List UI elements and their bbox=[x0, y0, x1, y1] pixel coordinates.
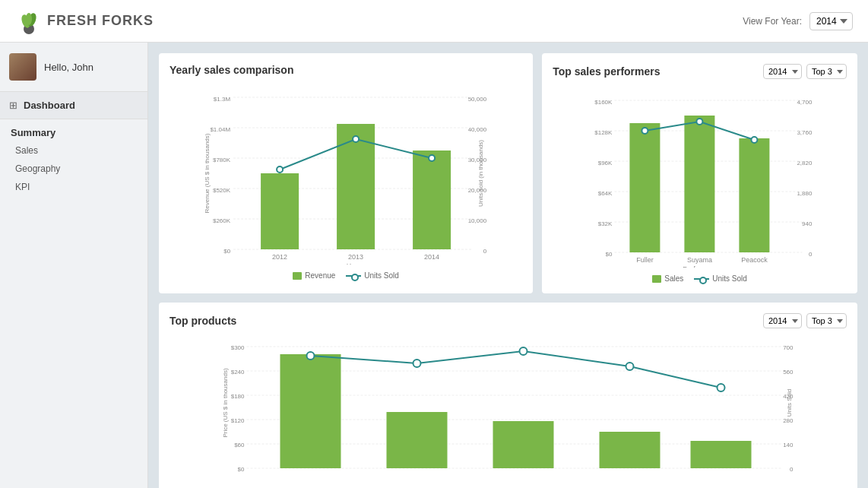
svg-text:0: 0 bbox=[809, 251, 813, 258]
svg-text:Suyama: Suyama bbox=[687, 256, 712, 264]
svg-rect-84 bbox=[691, 441, 752, 468]
legend-units-sold-2: Units Sold bbox=[694, 274, 747, 283]
top-products-year-select[interactable]: 2014 2013 2012 bbox=[763, 313, 802, 328]
svg-text:Year: Year bbox=[347, 262, 360, 265]
svg-text:$0: $0 bbox=[223, 248, 230, 255]
svg-text:Units Sold: Units Sold bbox=[786, 389, 793, 417]
summary-section-label: Summary bbox=[0, 119, 147, 141]
svg-text:$180: $180 bbox=[231, 393, 245, 400]
avatar bbox=[9, 53, 36, 81]
svg-rect-53 bbox=[685, 116, 715, 252]
sidebar-item-geography[interactable]: Geography bbox=[0, 160, 147, 178]
top-bar-right: View For Year: 2014 2013 2012 bbox=[743, 12, 853, 30]
svg-text:50,000: 50,000 bbox=[468, 96, 487, 103]
svg-text:$260K: $260K bbox=[213, 217, 231, 224]
svg-text:$520K: $520K bbox=[213, 187, 231, 194]
svg-text:2012: 2012 bbox=[272, 253, 287, 261]
yearly-sales-card: Yearly sales comparison $0 $260K $520K $… bbox=[159, 53, 533, 293]
svg-text:Price (US $ in thousands): Price (US $ in thousands) bbox=[222, 368, 229, 437]
sidebar-item-dashboard[interactable]: ⊞ Dashboard bbox=[0, 92, 147, 119]
top-sales-title: Top sales performers bbox=[553, 65, 660, 78]
top-sales-controls: 2014 2013 2012 Top 3 Top 5 Top 6 bbox=[763, 64, 847, 79]
svg-rect-24 bbox=[413, 151, 451, 249]
svg-point-32 bbox=[353, 136, 359, 142]
svg-text:$780K: $780K bbox=[213, 157, 231, 163]
svg-text:$1.04M: $1.04M bbox=[210, 126, 230, 133]
svg-text:560: 560 bbox=[783, 369, 794, 376]
top-products-controls: 2014 2013 2012 Top 3 Top 5 Top 6 bbox=[763, 313, 847, 328]
sidebar-item-sales[interactable]: Sales bbox=[0, 141, 147, 160]
svg-rect-83 bbox=[600, 432, 661, 468]
svg-rect-82 bbox=[493, 421, 554, 468]
svg-point-88 bbox=[626, 363, 634, 370]
svg-text:0: 0 bbox=[790, 466, 794, 473]
svg-text:1,880: 1,880 bbox=[797, 190, 813, 197]
logo-text: FRESH FORKS bbox=[47, 13, 154, 29]
user-section: Hello, John bbox=[0, 43, 147, 92]
svg-point-60 bbox=[697, 119, 703, 125]
yearly-sales-svg: $0 $260K $520K $780K $1.04M $1.3M 0 10,0… bbox=[169, 82, 522, 265]
svg-text:Revenue (US $ in thousands): Revenue (US $ in thousands) bbox=[204, 133, 211, 213]
top-sales-legend: Sales Units Sold bbox=[553, 274, 847, 283]
svg-point-3 bbox=[26, 13, 32, 25]
top-products-svg: $0 $60 $120 $180 $240 $300 0 140 280 420… bbox=[169, 334, 847, 479]
svg-text:$60: $60 bbox=[234, 442, 245, 448]
svg-text:$120: $120 bbox=[231, 417, 245, 424]
svg-text:2013: 2013 bbox=[348, 253, 363, 261]
svg-text:Units sold (in thousands): Units sold (in thousands) bbox=[477, 140, 484, 207]
top-sales-header: Top sales performers 2014 2013 2012 Top … bbox=[553, 64, 847, 79]
legend-units-sold: Units Sold bbox=[346, 271, 399, 280]
top-products-title: Top products bbox=[169, 315, 236, 327]
svg-text:$32K: $32K bbox=[598, 220, 613, 227]
svg-text:40,000: 40,000 bbox=[468, 126, 487, 133]
top-sales-top-select[interactable]: Top 3 Top 5 Top 6 bbox=[806, 64, 847, 79]
svg-point-33 bbox=[429, 155, 435, 161]
view-for-year-label: View For Year: bbox=[743, 16, 802, 27]
user-name: Hello, John bbox=[44, 62, 93, 73]
svg-text:$240: $240 bbox=[231, 369, 245, 376]
svg-text:$160K: $160K bbox=[594, 99, 613, 106]
top-products-card: Top products 2014 2013 2012 Top 3 Top 5 … bbox=[159, 303, 857, 488]
svg-point-89 bbox=[718, 384, 725, 391]
svg-text:4,700: 4,700 bbox=[797, 99, 813, 106]
top-charts-row: Yearly sales comparison $0 $260K $520K $… bbox=[159, 53, 857, 293]
top-products-top-select[interactable]: Top 3 Top 5 Top 6 bbox=[806, 313, 847, 328]
svg-point-61 bbox=[752, 137, 758, 143]
svg-text:940: 940 bbox=[802, 220, 813, 227]
svg-rect-22 bbox=[261, 173, 299, 249]
svg-point-87 bbox=[520, 347, 527, 355]
logo: FRESH FORKS bbox=[15, 8, 154, 35]
top-sales-card: Top sales performers 2014 2013 2012 Top … bbox=[542, 53, 857, 293]
top-products-header: Top products 2014 2013 2012 Top 3 Top 5 … bbox=[169, 313, 847, 328]
svg-text:700: 700 bbox=[783, 344, 794, 351]
dashboard-label: Dashboard bbox=[24, 100, 75, 111]
svg-text:0: 0 bbox=[483, 248, 487, 255]
svg-text:Performers: Performers bbox=[683, 265, 717, 268]
svg-text:280: 280 bbox=[783, 417, 794, 424]
svg-point-31 bbox=[277, 166, 283, 173]
sidebar-item-kpi[interactable]: KPI bbox=[0, 178, 147, 196]
svg-text:$128K: $128K bbox=[594, 129, 613, 136]
svg-text:10,000: 10,000 bbox=[468, 217, 487, 224]
svg-text:$1.3M: $1.3M bbox=[214, 96, 231, 103]
svg-text:3,760: 3,760 bbox=[797, 129, 813, 136]
svg-text:$0: $0 bbox=[606, 251, 613, 258]
svg-text:2014: 2014 bbox=[424, 253, 439, 261]
svg-text:$96K: $96K bbox=[598, 160, 613, 166]
svg-text:140: 140 bbox=[783, 442, 794, 448]
legend-revenue: Revenue bbox=[293, 271, 335, 280]
sidebar: Hello, John ⊞ Dashboard Summary Sales Ge… bbox=[0, 43, 148, 488]
global-year-select[interactable]: 2014 2013 2012 bbox=[809, 12, 853, 30]
svg-rect-52 bbox=[630, 123, 661, 252]
svg-point-59 bbox=[642, 128, 648, 134]
svg-text:Fuller: Fuller bbox=[636, 256, 654, 264]
top-sales-year-select[interactable]: 2014 2013 2012 bbox=[763, 64, 802, 79]
svg-text:$0: $0 bbox=[238, 466, 245, 473]
svg-rect-81 bbox=[387, 412, 448, 468]
legend-sales: Sales bbox=[652, 274, 683, 283]
svg-rect-80 bbox=[280, 354, 341, 468]
grid-icon: ⊞ bbox=[9, 100, 17, 111]
yearly-sales-header: Yearly sales comparison bbox=[169, 64, 522, 76]
svg-point-85 bbox=[307, 352, 315, 360]
logo-icon bbox=[15, 8, 43, 35]
